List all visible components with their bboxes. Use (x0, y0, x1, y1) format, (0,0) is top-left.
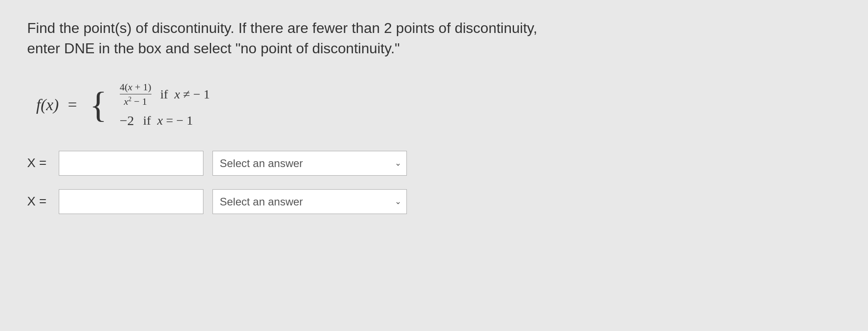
x-label-1: X = (27, 156, 50, 170)
open-brace: { (90, 87, 107, 123)
answer-select-2[interactable]: Select an answer no point of discontinui… (212, 189, 407, 214)
x-input-2[interactable] (59, 189, 203, 214)
piecewise-definition: 4(x + 1) x2 − 1 if x ≠ − 1 −2 if x = − 1 (120, 81, 210, 128)
equals-sign: = (68, 95, 77, 114)
function-display: f(x) = { 4(x + 1) x2 − 1 if x ≠ − 1 −2 i… (36, 81, 570, 128)
instructions-text: Find the point(s) of discontinuity. If t… (27, 18, 570, 59)
page-container: Find the point(s) of discontinuity. If t… (27, 18, 570, 228)
piece-2-condition: if x = − 1 (143, 113, 193, 128)
piece-1-condition: if x ≠ − 1 (160, 87, 210, 102)
input-row-2: X = Select an answer no point of discont… (27, 189, 570, 214)
fraction-denominator: x2 − 1 (124, 94, 147, 107)
input-row-1: X = Select an answer no point of discont… (27, 151, 570, 176)
function-label: f(x) (36, 95, 59, 114)
answer-select-1[interactable]: Select an answer no point of discontinui… (212, 151, 407, 176)
x-input-1[interactable] (59, 151, 203, 176)
piece-1: 4(x + 1) x2 − 1 if x ≠ − 1 (120, 81, 210, 107)
fraction-numerator: 4(x + 1) (120, 81, 151, 94)
dropdown-container-1: Select an answer no point of discontinui… (212, 151, 407, 176)
piece-2: −2 if x = − 1 (120, 113, 210, 128)
fraction: 4(x + 1) x2 − 1 (120, 81, 151, 107)
x-label-2: X = (27, 194, 50, 209)
dropdown-container-2: Select an answer no point of discontinui… (212, 189, 407, 214)
piece-2-value: −2 (120, 113, 134, 128)
